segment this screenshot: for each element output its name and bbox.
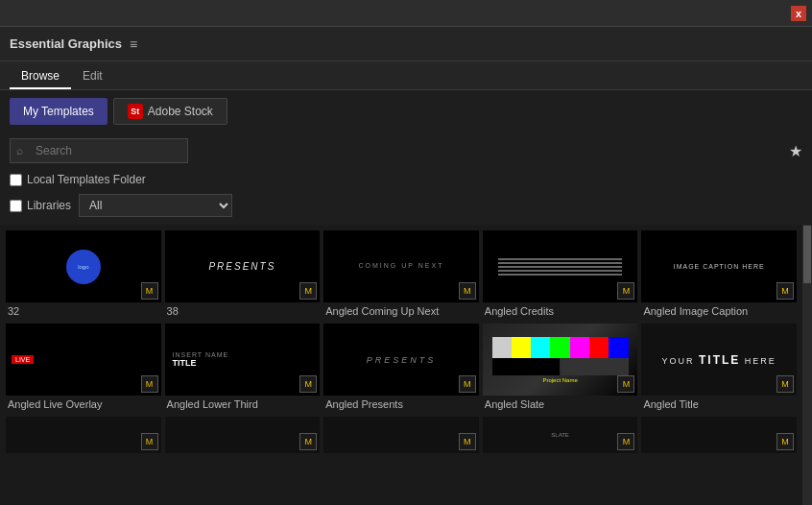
template-badge-slate: M: [617, 375, 634, 393]
template-label-32: 32: [6, 302, 161, 320]
adobe-stock-label: Adobe Stock: [148, 105, 213, 118]
template-card-angled-image-caption[interactable]: IMAGE CAPTION HERE M Angled Image Captio…: [641, 230, 797, 320]
tab-edit[interactable]: Edit: [71, 64, 114, 89]
template-label-38: 38: [165, 302, 321, 320]
template-thumb-lower-third: INSERT NAME TITLE M: [165, 324, 321, 396]
thumb-38-text: PRESENTS: [208, 261, 275, 272]
template-card-partial-2[interactable]: M: [165, 417, 321, 453]
libraries-filter-row: Libraries All: [0, 190, 812, 225]
template-card-partial-1[interactable]: M: [6, 417, 161, 453]
template-card-angled-credits[interactable]: M Angled Credits: [483, 230, 638, 320]
adobe-stock-button[interactable]: St Adobe Stock: [113, 98, 227, 125]
local-templates-checkbox[interactable]: [10, 174, 22, 186]
template-card-32[interactable]: logo M 32: [6, 230, 161, 320]
template-label-title: Angled Title: [641, 396, 797, 413]
template-label-lower-third: Angled Lower Third: [165, 396, 321, 413]
scrollbar-thumb[interactable]: [803, 226, 811, 283]
template-card-angled-title[interactable]: YOUR TITLE HERE M Angled Title: [641, 324, 797, 413]
template-card-angled-slate[interactable]: Project Name M Angled Slate: [483, 324, 638, 413]
templates-grid: logo M 32 PRESENTS M 38 COMING UP NEXT: [6, 230, 797, 453]
template-thumb-partial-1: M: [6, 417, 161, 453]
template-thumb-partial-3: M: [323, 417, 479, 453]
template-card-angled-lower-third[interactable]: INSERT NAME TITLE M Angled Lower Third: [165, 324, 321, 413]
header: Essential Graphics ≡: [0, 27, 812, 61]
local-templates-label: Local Templates Folder: [27, 173, 146, 186]
template-badge-partial-3: M: [459, 433, 476, 450]
template-card-38[interactable]: PRESENTS M 38: [165, 230, 321, 320]
template-thumb-32: logo M: [6, 230, 161, 302]
toolbar: My Templates St Adobe Stock: [0, 90, 812, 132]
template-thumb-presents: PRESENTS M: [323, 324, 479, 396]
template-label-image-caption: Angled Image Caption: [641, 302, 797, 320]
template-badge-live-overlay: M: [141, 375, 158, 393]
template-badge-presents: M: [459, 375, 476, 393]
template-card-partial-4[interactable]: SLATE M: [483, 417, 638, 453]
template-label-live-overlay: Angled Live Overlay: [6, 396, 161, 413]
libraries-label: Libraries: [27, 199, 71, 212]
tabs-bar: Browse Edit: [0, 61, 812, 90]
local-templates-checkbox-label[interactable]: Local Templates Folder: [10, 173, 146, 186]
template-card-partial-3[interactable]: M: [323, 417, 479, 453]
title-bar: x: [0, 0, 812, 27]
template-thumb-coming-up: COMING UP NEXT M: [323, 230, 479, 302]
template-badge-credits: M: [617, 282, 634, 300]
template-thumb-partial-4: SLATE M: [483, 417, 638, 453]
app-title: Essential Graphics: [10, 36, 122, 51]
template-card-angled-coming-up-next[interactable]: COMING UP NEXT M Angled Coming Up Next: [323, 230, 479, 320]
template-label-slate: Angled Slate: [483, 396, 638, 413]
local-templates-filter-row: Local Templates Folder: [0, 169, 812, 190]
libraries-dropdown[interactable]: All: [79, 194, 232, 217]
template-thumb-38: PRESENTS M: [165, 230, 321, 302]
template-badge-partial-4: M: [617, 433, 634, 450]
search-input[interactable]: [10, 138, 188, 163]
libraries-checkbox[interactable]: [10, 200, 22, 212]
template-thumb-image-caption: IMAGE CAPTION HERE M: [641, 230, 797, 302]
search-wrapper: ⌕: [10, 138, 783, 163]
my-templates-button[interactable]: My Templates: [10, 98, 107, 125]
template-badge-coming-up: M: [459, 282, 476, 300]
template-label-credits: Angled Credits: [483, 302, 638, 320]
template-badge-partial-1: M: [141, 433, 158, 450]
favorites-button[interactable]: ★: [789, 142, 802, 160]
libraries-checkbox-label[interactable]: Libraries: [10, 199, 71, 212]
template-label-coming-up: Angled Coming Up Next: [323, 302, 479, 320]
template-badge-title: M: [776, 375, 794, 393]
template-card-angled-presents[interactable]: PRESENTS M Angled Presents: [323, 324, 479, 413]
template-thumb-title: YOUR TITLE HERE M: [641, 324, 797, 396]
template-thumb-live-overlay: LIVE M: [6, 324, 161, 396]
templates-grid-area: logo M 32 PRESENTS M 38 COMING UP NEXT: [0, 225, 802, 505]
template-card-angled-live-overlay[interactable]: LIVE M Angled Live Overlay: [6, 324, 161, 413]
search-row: ⌕ ★: [0, 132, 812, 169]
template-thumb-credits: M: [483, 230, 638, 302]
template-badge-partial-2: M: [299, 433, 317, 450]
search-icon: ⌕: [16, 144, 23, 157]
template-badge-partial-5: M: [776, 433, 794, 450]
adobe-stock-icon: St: [128, 104, 143, 119]
template-badge-image-caption: M: [776, 282, 794, 300]
template-thumb-slate: Project Name M: [483, 324, 638, 396]
template-thumb-partial-2: M: [165, 417, 321, 453]
template-label-presents: Angled Presents: [323, 396, 479, 413]
thumb-32-circle: logo: [66, 250, 101, 284]
template-badge-38: M: [299, 282, 317, 300]
content-area: logo M 32 PRESENTS M 38 COMING UP NEXT: [0, 225, 812, 505]
template-badge-lower-third: M: [299, 375, 317, 393]
menu-icon[interactable]: ≡: [130, 36, 137, 52]
template-card-partial-5[interactable]: M: [641, 417, 797, 453]
close-button[interactable]: x: [791, 6, 806, 21]
template-thumb-partial-5: M: [641, 417, 797, 453]
scrollbar-track[interactable]: [802, 225, 812, 505]
template-badge-32: M: [141, 282, 158, 300]
tab-browse[interactable]: Browse: [10, 64, 71, 89]
